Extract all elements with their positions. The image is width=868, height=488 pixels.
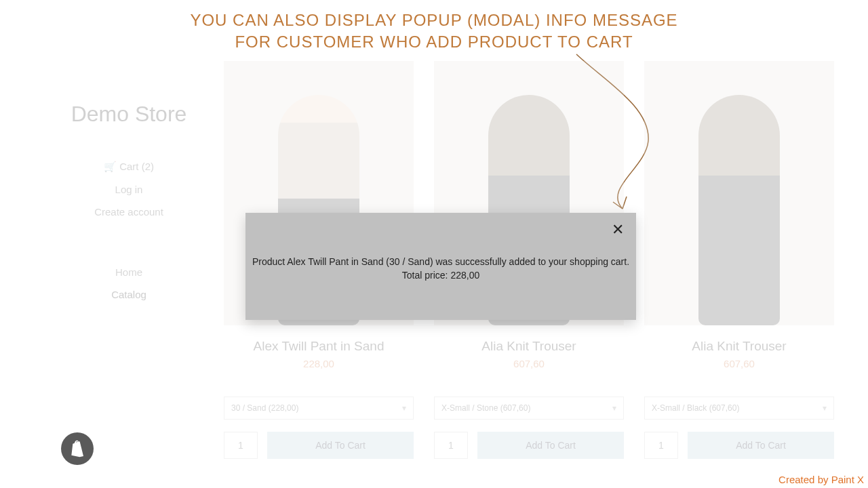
- login-link[interactable]: Log in: [54, 184, 203, 195]
- added-to-cart-modal: ✕ Product Alex Twill Pant in Sand (30 / …: [245, 213, 636, 320]
- add-to-cart-button[interactable]: Add To Cart: [477, 432, 624, 459]
- variant-select[interactable]: X-Small / Black (607,60): [644, 396, 834, 420]
- sidebar: Demo Store 🛒 Cart (2) Log in Create acco…: [54, 102, 203, 311]
- add-to-cart-button[interactable]: Add To Cart: [688, 432, 834, 459]
- headline-line1: YOU CAN ALSO DISPLAY POPUP (MODAL) INFO …: [0, 9, 868, 31]
- modal-message: Product Alex Twill Pant in Sand (30 / Sa…: [245, 255, 636, 268]
- close-icon[interactable]: ✕: [612, 222, 624, 237]
- product-card: Alia Knit Trouser 607,60 X-Small / Black…: [644, 61, 834, 459]
- product-name[interactable]: Alia Knit Trouser: [692, 339, 786, 354]
- product-price: 607,60: [513, 358, 545, 369]
- add-to-cart-button[interactable]: Add To Cart: [267, 432, 414, 459]
- product-name[interactable]: Alex Twill Pant in Sand: [254, 339, 384, 354]
- credit-label: Created by Paint X: [778, 474, 864, 485]
- product-name[interactable]: Alia Knit Trouser: [481, 339, 576, 354]
- variant-select[interactable]: 30 / Sand (228,00): [224, 396, 414, 420]
- modal-body: Product Alex Twill Pant in Sand (30 / Sa…: [245, 255, 636, 283]
- shopify-badge-icon[interactable]: [61, 432, 94, 465]
- product-price: 228,00: [303, 358, 334, 369]
- store-title: Demo Store: [54, 102, 203, 127]
- product-price: 607,60: [724, 358, 755, 369]
- product-image[interactable]: [644, 61, 834, 325]
- modal-total: Total price: 228,00: [245, 268, 636, 282]
- quantity-input[interactable]: 1: [644, 432, 678, 459]
- quantity-input[interactable]: 1: [434, 432, 468, 459]
- annotation-headline: YOU CAN ALSO DISPLAY POPUP (MODAL) INFO …: [0, 9, 868, 54]
- nav-home[interactable]: Home: [54, 266, 203, 278]
- quantity-input[interactable]: 1: [224, 432, 258, 459]
- nav-catalog[interactable]: Catalog: [54, 289, 203, 300]
- variant-select[interactable]: X-Small / Stone (607,60): [434, 396, 624, 420]
- headline-line2: FOR CUSTOMER WHO ADD PRODUCT TO CART: [0, 31, 868, 53]
- cart-link[interactable]: 🛒 Cart (2): [54, 161, 203, 173]
- create-account-link[interactable]: Create account: [54, 206, 203, 218]
